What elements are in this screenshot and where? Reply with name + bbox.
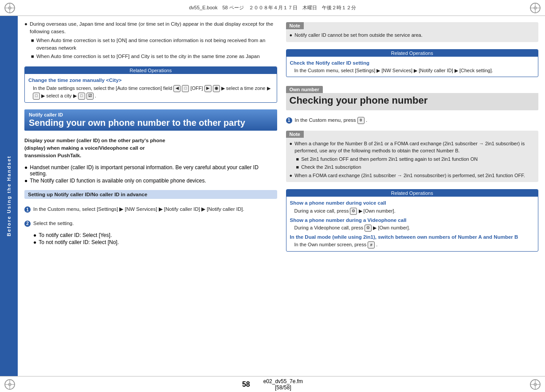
key-icon-5: □ <box>33 93 40 100</box>
related-ops-header-3: Related Operations <box>286 190 538 197</box>
auto-on-text: When Auto time correction is set to [ON]… <box>36 37 277 52</box>
dual-mode-title: In the Dual mode (while using 2in1), swi… <box>290 233 535 241</box>
step-2-left: 2 Select the setting. <box>24 220 277 227</box>
note-item-1: ● Notify caller ID cannot be set from ou… <box>290 31 535 39</box>
cam-key-1: ⊙ <box>350 208 357 215</box>
important-text: Handset number (caller ID) is important … <box>30 164 277 177</box>
step-num-2: 2 <box>24 221 31 227</box>
step2-subitems: ● To notify caller ID: Select [Yes]. ● T… <box>33 232 277 246</box>
note2-sub-2: ■ Check the 2in1 subscription <box>296 163 535 171</box>
op-title-timezone: Change the time zone manually <City> <box>28 77 273 84</box>
show-voice-instruction: During a voice call, press ⊙ ▶ [Own numb… <box>294 207 535 215</box>
cam-key-2: ⊙ <box>365 225 372 232</box>
related-ops-body-2: Check the Notify caller ID setting In th… <box>286 57 538 77</box>
notify-label: Notify caller ID <box>29 112 273 117</box>
related-ops-timezone: Related Operations Change the time zone … <box>24 66 277 102</box>
own-number-title-box: Checking your phone number <box>286 93 539 110</box>
notify-caller-section: Notify caller ID Sending your own phone … <box>24 109 277 131</box>
own-number-section: Own number Checking your phone number <box>286 86 539 110</box>
file-info: e02_dv55_7e.fm [58/58] <box>263 378 303 391</box>
related-ops-show-phone: Related Operations Show a phone number d… <box>286 189 539 252</box>
note2-item-1: ● When a change for the Number B of 2in1… <box>290 140 535 155</box>
step-num-1: 1 <box>24 206 31 213</box>
related-ops-header-2: Related Operations <box>286 50 538 57</box>
show-voice-title: Show a phone number during voice call <box>290 199 535 207</box>
step-1-content: In the Custom menu, select [Settings] ▶ … <box>33 206 277 213</box>
page-number: 58 <box>242 380 250 388</box>
sub-bullet-auto-on: ■ When Auto time correction is set to [O… <box>31 37 277 52</box>
show-video-instruction: During a Videophone call, press ⊙ ▶ [Own… <box>294 224 535 232</box>
right-column: Note ● Notify caller ID cannot be set fr… <box>286 20 539 372</box>
key-icon-4: ◉ <box>213 85 220 92</box>
left-column: ● During overseas use, Japan time and lo… <box>24 20 277 372</box>
top-right-corner-mark <box>529 2 541 14</box>
bullet-item-overseas: ● During overseas use, Japan time and lo… <box>24 20 277 36</box>
bullet-compatible: ● The Notify caller ID function is avail… <box>24 178 277 184</box>
related-ops-check: Related Operations Check the Notify call… <box>286 49 539 78</box>
overseas-text: During overseas use, Japan time and loca… <box>30 20 277 36</box>
note2-item-2: ● When a FOMA card exchange (2in1 subscr… <box>290 172 535 179</box>
related-ops-header-1: Related Operations <box>25 67 277 74</box>
compatible-text: The Notify caller ID function is availab… <box>30 178 206 184</box>
bottom-bar: 58 e02_dv55_7e.fm [58/58] <box>7 378 538 391</box>
top-left-corner-mark <box>4 2 16 14</box>
check-notify-instruction: In the Custom menu, select [Settings] ▶ … <box>294 67 535 74</box>
step-2-content: Select the setting. <box>33 220 277 227</box>
dual-mode-instruction: In the Own number screen, press # . <box>294 241 535 248</box>
overseas-bullet-section: ● During overseas use, Japan time and lo… <box>24 20 277 61</box>
check-notify-title: Check the Notify caller ID setting <box>290 59 535 67</box>
top-bar-text: dv55_E.book 58 ページ ２００８年４月１７日 木曜日 午後２時１２… <box>7 4 538 11</box>
note-body-2: ● When a change for the Number B of 2in1… <box>286 138 539 182</box>
bottom-left-corner-mark <box>4 378 16 391</box>
display-desc: Display your number (caller ID) on the o… <box>24 137 277 160</box>
zero-key-icon: 0 <box>357 117 365 124</box>
step2-no: ● To not notify caller ID: Select [No]. <box>33 239 277 245</box>
key-icon-7: ☑ <box>86 93 94 100</box>
op-instruction-timezone: In the Date settings screen, select the … <box>33 85 273 100</box>
notify-bullets: ● Handset number (caller ID) is importan… <box>24 164 277 185</box>
sidebar: Before Using the Handset <box>0 16 18 376</box>
note2-sub-1: ■ Set 2in1 function OFF and then perform… <box>296 155 535 163</box>
step2-yes: ● To notify caller ID: Select [Yes]. <box>33 232 277 238</box>
key-icon-6: □ <box>78 93 85 100</box>
step-1-right: 1 In the Custom menu, press 0 . <box>286 116 539 124</box>
step-1-right-content: In the Custom menu, press 0 . <box>295 116 539 124</box>
show-video-title: Show a phone number during a Videophone … <box>290 217 535 224</box>
setup-box: Setting up Notify caller ID/No caller ID… <box>24 190 277 199</box>
bottom-right-corner-mark <box>529 378 541 391</box>
step-1-left: 1 In the Custom menu, select [Settings] … <box>24 206 277 213</box>
step-num-1-right: 1 <box>286 117 292 124</box>
bullet-important: ● Handset number (caller ID) is importan… <box>24 164 277 177</box>
note-box-2: Note ● When a change for the Number B of… <box>286 131 539 182</box>
sidebar-label: Before Using the Handset <box>6 155 12 236</box>
note-box-1: Note ● Notify caller ID cannot be set fr… <box>286 22 539 42</box>
related-ops-body-1: Change the time zone manually <City> In … <box>25 74 277 102</box>
notify-title: Sending your own phone number to the oth… <box>29 117 273 128</box>
note-header-2: Note <box>286 131 304 138</box>
key-icon-3: ▶ <box>204 85 212 92</box>
own-number-title: Checking your phone number <box>290 95 535 106</box>
key-icon-1: ◀ <box>173 85 180 92</box>
note-header-1: Note <box>286 22 304 29</box>
key-icon-2: □ <box>182 85 189 92</box>
related-ops-body-3: Show a phone number during voice call Du… <box>286 197 538 251</box>
sub-bullet-auto-off: ■ When Auto time correction is set to [O… <box>31 53 277 60</box>
note-body-1: ● Notify caller ID cannot be set from ou… <box>286 29 539 42</box>
auto-off-text: When Auto time correction is set to [OFF… <box>36 53 260 60</box>
num-key: # <box>368 241 375 248</box>
own-number-label: Own number <box>286 86 323 93</box>
